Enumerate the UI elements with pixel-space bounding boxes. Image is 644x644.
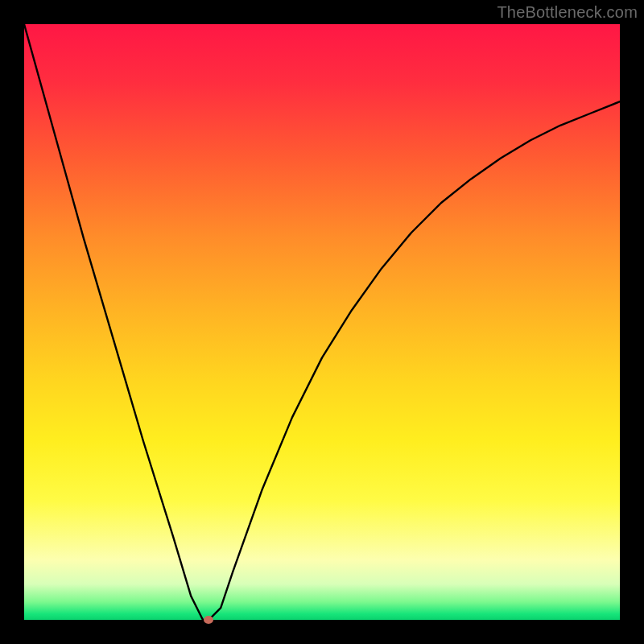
watermark-text: TheBottleneck.com	[497, 3, 638, 22]
chart-plot-area	[24, 24, 620, 620]
optimal-point-marker	[204, 616, 213, 624]
bottleneck-curve	[24, 24, 620, 620]
chart-container: TheBottleneck.com	[0, 0, 644, 644]
